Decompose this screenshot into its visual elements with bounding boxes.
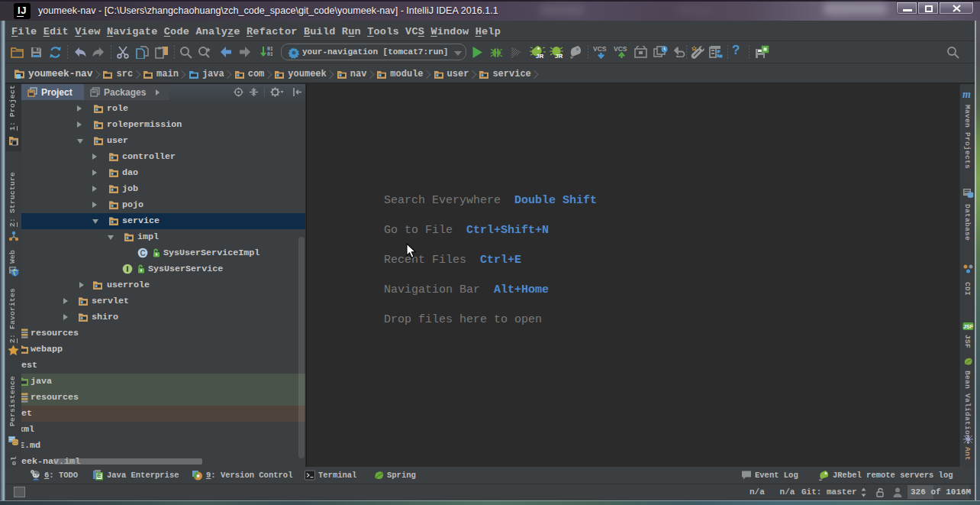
svg-text:JR: JR — [555, 53, 563, 60]
svg-text:VCS: VCS — [614, 45, 627, 53]
svg-text:01: 01 — [267, 52, 272, 57]
svg-text:VCS: VCS — [593, 45, 607, 53]
svg-text:01: 01 — [267, 47, 272, 52]
svg-text:JSF: JSF — [963, 324, 974, 329]
svg-text:C: C — [140, 249, 145, 257]
svg-text:JR: JR — [536, 53, 543, 60]
